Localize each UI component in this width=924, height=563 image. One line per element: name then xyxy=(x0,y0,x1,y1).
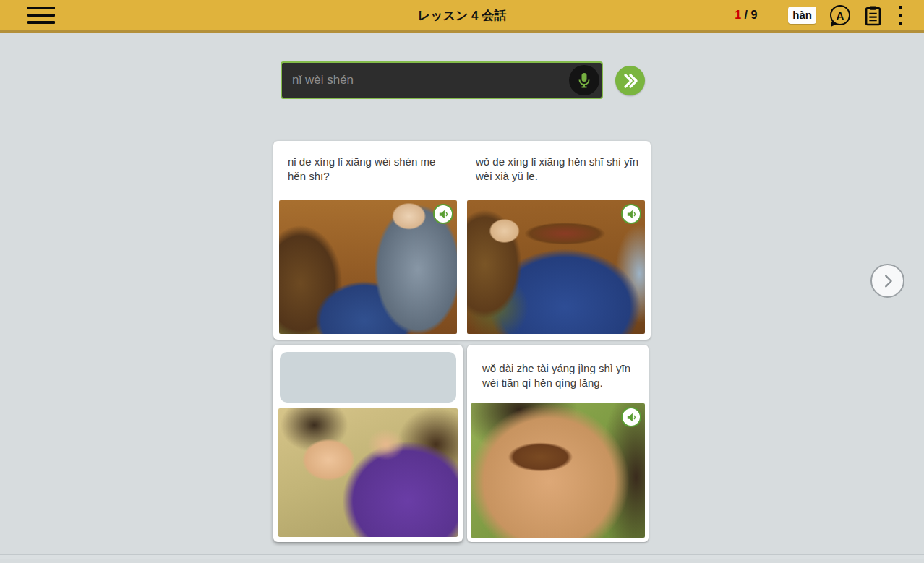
photo-couple-kitchen-suitcase[interactable] xyxy=(279,200,457,334)
page-counter-separator: / xyxy=(745,9,748,21)
app-header: レッスン 4 会話 1 / 9 hàn A xyxy=(0,0,924,33)
microphone-icon[interactable] xyxy=(569,65,599,95)
pinyin-sentence: wǒ de xíng lǐ xiāng hěn shī shì yīn wèi … xyxy=(467,147,645,184)
pinyin-sentence: nǐ de xíng lǐ xiāng wèi shén me hěn shī? xyxy=(279,147,457,184)
header-actions: 1 / 9 hàn A xyxy=(735,0,905,30)
conversation-tile: nǐ de xíng lǐ xiāng wèi shén me hěn shī? xyxy=(279,147,457,334)
audio-speaker-icon[interactable] xyxy=(621,407,641,427)
bottom-divider xyxy=(0,554,924,559)
page-counter-current: 1 xyxy=(735,9,741,21)
audio-speaker-icon[interactable] xyxy=(621,204,641,224)
conversation-tile: wǒ dài zhe tài yáng jìng shì yīn wèi tiā… xyxy=(467,345,649,542)
conversation-tile: wǒ de xíng lǐ xiāng hěn shī shì yīn wèi … xyxy=(467,147,645,334)
submit-button[interactable] xyxy=(615,66,645,95)
next-page-button[interactable] xyxy=(870,264,904,298)
photo-mother-daughter-outdoors[interactable] xyxy=(278,408,458,537)
pinyin-sentence: wǒ dài zhe tài yáng jìng shì yīn wèi tiā… xyxy=(471,349,645,390)
photo-woman-drying-suitcase[interactable] xyxy=(467,200,645,334)
translate-bubble-icon[interactable]: A xyxy=(830,5,850,25)
page-counter-total: 9 xyxy=(750,9,757,21)
answer-card xyxy=(273,345,463,542)
page-counter: 1 / 9 xyxy=(735,9,757,22)
pinyin-mode-badge[interactable]: hàn xyxy=(788,7,816,24)
photo-woman-sunglasses-closeup[interactable] xyxy=(471,403,645,538)
chevron-right-icon xyxy=(880,273,896,289)
speech-input[interactable] xyxy=(282,63,602,98)
audio-speaker-icon[interactable] xyxy=(433,204,453,224)
conversation-panel: nǐ de xíng lǐ xiāng wèi shén me hěn shī?… xyxy=(273,141,651,340)
clipboard-icon[interactable] xyxy=(864,5,882,26)
more-vert-icon[interactable] xyxy=(896,4,905,27)
answer-slot[interactable] xyxy=(280,352,456,403)
speech-input-box xyxy=(281,61,603,99)
